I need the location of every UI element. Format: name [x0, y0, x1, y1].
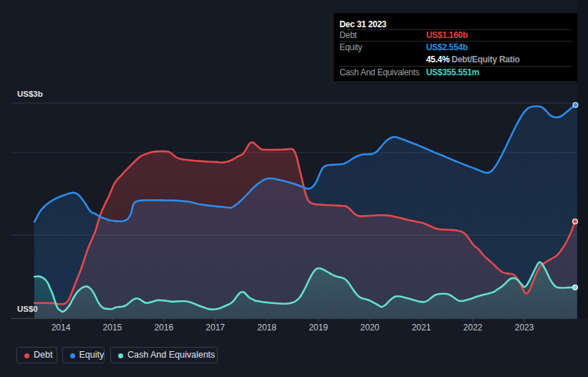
svg-text:2016: 2016 — [154, 323, 173, 333]
svg-text:2014: 2014 — [52, 323, 71, 333]
svg-text:US$3b: US$3b — [17, 90, 43, 98]
svg-text:2018: 2018 — [257, 323, 276, 333]
svg-text:2022: 2022 — [463, 323, 483, 333]
svg-text:2015: 2015 — [103, 323, 122, 333]
svg-text:US$0: US$0 — [17, 305, 38, 313]
svg-text:2023: 2023 — [515, 323, 534, 333]
svg-text:2020: 2020 — [360, 323, 380, 333]
svg-text:2021: 2021 — [412, 323, 431, 333]
svg-text:2017: 2017 — [206, 323, 225, 333]
svg-text:2019: 2019 — [309, 323, 328, 333]
